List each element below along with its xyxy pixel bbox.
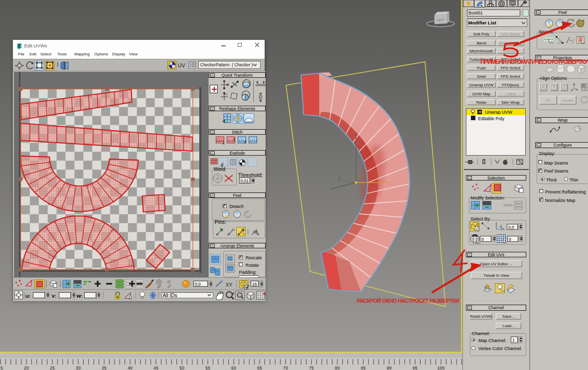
svg-text:z: z (357, 141, 359, 146)
svg-text:55: 55 (205, 366, 210, 370)
svg-text:80: 80 (335, 366, 340, 370)
svg-text:20: 20 (24, 366, 29, 370)
svg-text:35: 35 (102, 366, 107, 370)
svg-text:90: 90 (387, 366, 392, 370)
svg-text:65: 65 (257, 366, 262, 370)
svg-text:25: 25 (50, 366, 55, 370)
svg-text:30: 30 (76, 366, 81, 370)
svg-text:Y: Y (325, 178, 328, 184)
svg-text:45: 45 (153, 366, 158, 370)
svg-text:ПРИМЕНИ АВТОМАТИЧЕСКУЮ РАЗВЕРТ: ПРИМЕНИ АВТОМАТИЧЕСКУЮ РАЗВЕРТКУ (480, 58, 588, 65)
svg-text:LEFT: LEFT (437, 18, 444, 21)
svg-text:85: 85 (361, 366, 366, 370)
svg-text:75: 75 (309, 366, 314, 370)
svg-text:70: 70 (283, 366, 288, 370)
svg-text:60: 60 (231, 366, 236, 370)
svg-text:x: x (338, 175, 341, 180)
svg-text:95: 95 (413, 366, 418, 370)
svg-text:40: 40 (128, 366, 133, 370)
svg-text:15: 15 (0, 366, 3, 370)
svg-text:100: 100 (437, 366, 444, 370)
svg-text:50: 50 (179, 366, 184, 370)
